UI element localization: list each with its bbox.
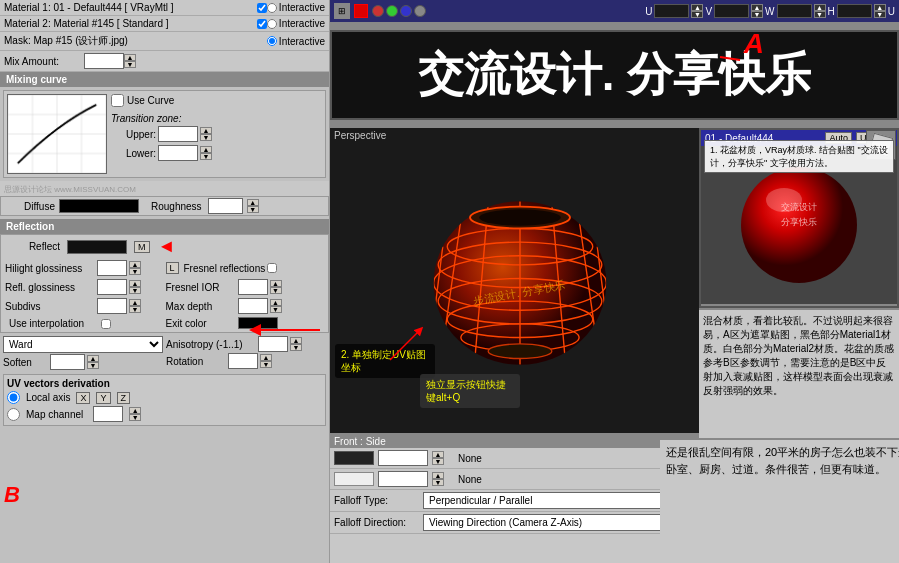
falloff-type-select[interactable]: Perpendicular / Parallel xyxy=(423,492,695,509)
fresnel-checkbox[interactable] xyxy=(267,263,277,273)
pot-opening xyxy=(479,209,561,225)
roughness-label: Roughness xyxy=(151,201,202,212)
uv-map-radio[interactable] xyxy=(7,408,20,421)
mat2-checkbox[interactable] xyxy=(257,19,267,29)
uv-x-btn[interactable]: X xyxy=(76,392,90,404)
upper-up[interactable]: ▲ xyxy=(200,127,212,134)
mixing-curve-header: Mixing curve xyxy=(0,72,329,87)
dot-controls xyxy=(372,5,641,17)
top-w-label: W xyxy=(765,6,774,17)
reflect-swatch[interactable] xyxy=(67,240,127,254)
fs-spinner-1[interactable]: ▲ ▼ xyxy=(432,451,444,465)
mix-amount-label: Mix Amount: xyxy=(4,56,84,67)
diffuse-color-swatch[interactable] xyxy=(59,199,139,213)
max-depth-spinner[interactable]: ▲ ▼ xyxy=(270,299,282,313)
material1-row: Material 1: 01 - Default444 [ VRayMtl ] … xyxy=(0,0,329,16)
reflect-m-button[interactable]: M xyxy=(134,241,150,253)
uv-y-btn[interactable]: Y xyxy=(96,392,110,404)
spin-up[interactable]: ▲ xyxy=(124,54,136,61)
bottom-text-block: 还是很乱空间有限，20平米的房子怎么也装不下这么多东西，还要留出客厅、卧室、厨房… xyxy=(660,438,899,563)
mask-label: Mask: Map #15 (设计师.jpg) xyxy=(4,34,267,48)
subdivs-spinner[interactable]: ▲ ▼ xyxy=(129,299,141,313)
fresnel-ior-spinner[interactable]: ▲ ▼ xyxy=(270,280,282,294)
exit-color-swatch[interactable] xyxy=(238,317,278,329)
soften-input[interactable]: 0.0 xyxy=(50,354,85,370)
mat2-radio[interactable] xyxy=(267,19,277,29)
max-depth-input[interactable]: 5 xyxy=(238,298,268,314)
mix-amount-row: Mix Amount: 0.0 ▲ ▼ xyxy=(0,51,329,72)
fs-swatch-1[interactable] xyxy=(334,451,374,465)
anisotropy-input[interactable]: 0.6 xyxy=(258,336,288,352)
lower-row: Lower: 0.25 ▲ ▼ xyxy=(111,145,322,161)
right-desc-text: 混合材质，看着比较乱。不过说明起来很容易，A区为遮罩贴图，黑色部分Materia… xyxy=(703,314,895,398)
uv-map-input[interactable]: 1 xyxy=(93,406,123,422)
anisotropy-spinner[interactable]: ▲ ▼ xyxy=(290,337,302,351)
hilight-input[interactable]: 0.8 xyxy=(97,260,127,276)
spin-down[interactable]: ▼ xyxy=(124,61,136,68)
mat1-radio[interactable] xyxy=(267,3,277,13)
use-curve-checkbox[interactable] xyxy=(111,94,124,107)
top-v-input[interactable]: 0.0 xyxy=(714,4,749,18)
fs-spinner-2[interactable]: ▲ ▼ xyxy=(432,472,444,486)
mix-amount-input[interactable]: 0.0 xyxy=(84,53,124,69)
annotation-box-1: 1. 花盆材质，VRay材质球. 结合贴图 "交流设计，分享快乐" 文字使用方法… xyxy=(704,140,894,173)
diffuse-section: Diffuse Roughness 0.0 ▲ ▼ xyxy=(0,196,329,216)
subdivs-input[interactable]: 10 xyxy=(97,298,127,314)
lower-spinner[interactable]: ▲ ▼ xyxy=(200,146,212,160)
top-u-input[interactable]: 0.0 xyxy=(654,4,689,18)
hilight-spinner[interactable]: ▲ ▼ xyxy=(129,261,141,275)
uv-z-btn[interactable]: Z xyxy=(117,392,131,404)
roughness-input[interactable]: 0.0 xyxy=(208,198,243,214)
use-curve-row: Use Curve xyxy=(111,94,322,107)
l-button[interactable]: L xyxy=(166,262,179,274)
diffuse-row: Diffuse Roughness 0.0 ▲ ▼ xyxy=(1,197,328,215)
anisotropy-label: Anisotropy (-1..1) xyxy=(166,339,256,350)
uv-map-spinner[interactable]: ▲ ▼ xyxy=(129,407,141,421)
soften-row: Soften 0.0 ▲ ▼ xyxy=(3,354,163,370)
roughness-spinner[interactable]: ▲ ▼ xyxy=(247,199,259,213)
annotation-bubble-3: 独立显示按钮快捷键alt+Q xyxy=(420,374,520,408)
refl-gloss-spinner[interactable]: ▲ ▼ xyxy=(129,280,141,294)
rotation-spinner[interactable]: ▲ ▼ xyxy=(260,354,272,368)
uv-local-label: Local axis xyxy=(26,392,70,403)
uv-section: UV vectors derivation Local axis X Y Z M… xyxy=(3,374,326,426)
fresnel-ior-input[interactable]: 1.6 xyxy=(238,279,268,295)
ward-select[interactable]: Ward xyxy=(3,336,163,353)
curve-canvas[interactable] xyxy=(7,94,107,174)
top-w-spinner[interactable]: ▲ ▼ xyxy=(814,4,826,18)
rotation-input[interactable]: 0.0 xyxy=(228,353,258,369)
uv-local-radio[interactable] xyxy=(7,391,20,404)
top-u-spinner[interactable]: ▲ ▼ xyxy=(691,4,703,18)
fs-input-1[interactable]: 100.0 xyxy=(378,450,428,466)
fs-swatch-2[interactable] xyxy=(334,472,374,486)
refl-gloss-input[interactable]: 0.9 xyxy=(97,279,127,295)
lower-up[interactable]: ▲ xyxy=(200,146,212,153)
lower-input[interactable]: 0.25 xyxy=(158,145,198,161)
upper-input[interactable]: 0.75 xyxy=(158,126,198,142)
mask-radio-group: Interactive xyxy=(267,36,325,47)
exit-color-label: Exit color xyxy=(166,318,236,329)
top-w-input[interactable]: 1.0 xyxy=(777,4,812,18)
top-h-input[interactable]: 1.0 xyxy=(837,4,872,18)
top-h-label: H xyxy=(828,6,835,17)
upper-spinner[interactable]: ▲ ▼ xyxy=(200,127,212,141)
material1-label: Material 1: 01 - Default444 [ VRayMtl ] xyxy=(4,2,257,13)
anisotropy-row: Anisotropy (-1..1) 0.6 ▲ ▼ xyxy=(166,336,326,352)
main-area: ⊞ U 0.0 ▲ ▼ V 0.0 ▲ ▼ W 1.0 ▲ xyxy=(330,0,899,563)
use-interp-checkbox[interactable] xyxy=(101,319,111,329)
mix-amount-spinner[interactable]: ▲ ▼ xyxy=(124,54,136,68)
fresnel-ior-label: Fresnel IOR xyxy=(166,282,236,293)
ward-col: Ward Soften 0.0 ▲ ▼ xyxy=(3,336,163,371)
fs-input-2[interactable]: 100.0 xyxy=(378,471,428,487)
lower-down[interactable]: ▼ xyxy=(200,153,212,160)
mask-radio[interactable] xyxy=(267,36,277,46)
mat1-checkbox[interactable] xyxy=(257,3,267,13)
top-v-spinner[interactable]: ▲ ▼ xyxy=(751,4,763,18)
falloff-dir-select[interactable]: Viewing Direction (Camera Z-Axis) xyxy=(423,514,695,531)
upper-down[interactable]: ▼ xyxy=(200,134,212,141)
close-icon[interactable] xyxy=(354,4,368,18)
soften-spinner[interactable]: ▲ ▼ xyxy=(87,355,99,369)
letter-a-annotation: A xyxy=(744,28,764,60)
fs-row-1: 100.0 ▲ ▼ None ► xyxy=(330,448,699,469)
top-h-spinner[interactable]: ▲ ▼ xyxy=(874,4,886,18)
